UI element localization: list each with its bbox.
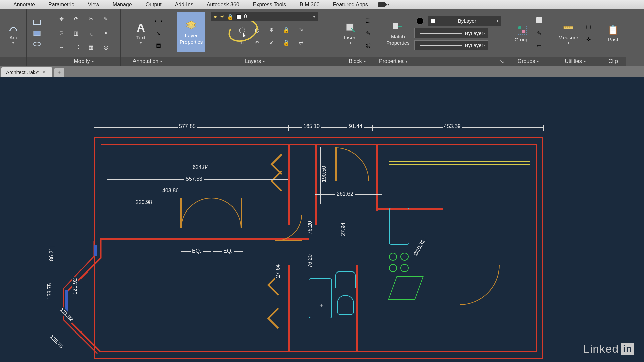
modify-panel-title[interactable]: Modify — [74, 58, 90, 64]
linkedin-in: in — [621, 343, 634, 355]
select-icon[interactable]: ⬚ — [583, 22, 594, 32]
linkedin-watermark: Linked in — [583, 342, 634, 355]
svg-point-2 — [34, 42, 40, 46]
measure-button[interactable]: Measure ▾ — [556, 13, 581, 53]
dim-l3: 121.92 — [72, 277, 78, 296]
layer-freeze-tool-icon[interactable]: ❄ — [265, 24, 278, 36]
dim-top1: 577.85 — [178, 123, 197, 129]
menu-annotate[interactable]: Annotate — [7, 2, 42, 8]
menu-autodesk360[interactable]: Autodesk 360 — [200, 2, 246, 8]
copy-icon[interactable]: ⎘ — [55, 27, 68, 40]
insert-button[interactable]: Insert ▾ — [340, 13, 361, 53]
clipboard-panel-title[interactable]: Clip — [608, 58, 618, 64]
group-button[interactable]: Group — [512, 13, 532, 53]
drawing-canvas[interactable]: + 577.85 165.10 91.44 453.39 624.84 557.… — [0, 77, 644, 362]
explode-icon[interactable]: ✦ — [99, 27, 113, 40]
dim-top4: 453.39 — [443, 123, 462, 129]
arc-button[interactable]: Arc ▾ — [3, 20, 23, 46]
trim-icon[interactable]: ✂ — [85, 13, 98, 25]
menu-manage[interactable]: Manage — [106, 2, 139, 8]
mirror-icon[interactable]: ▥ — [70, 27, 83, 40]
properties-panel-title[interactable]: Properties — [379, 58, 404, 64]
dim-v1: 190.50 — [321, 165, 327, 184]
table-icon[interactable]: ▤ — [153, 40, 164, 50]
layer-on-icon: ● — [214, 14, 217, 20]
ungroup-icon[interactable]: ⬜ — [534, 15, 545, 25]
layer-color-swatch — [236, 14, 241, 19]
panel-properties: Match Properties ByLayer ▾ ByLayer — [379, 9, 506, 66]
layer-change-icon[interactable]: ⇄ — [294, 37, 308, 48]
dim-v4: 76.20 — [307, 253, 313, 269]
bathtub — [309, 278, 332, 318]
layer-state-icon[interactable]: ✔ — [265, 37, 278, 48]
dim-h2: 557.53 — [184, 176, 204, 182]
lineweight-dropdown[interactable]: ByLayer ▾ — [414, 28, 488, 38]
cooktop — [388, 251, 411, 275]
move-icon[interactable]: ✥ — [55, 13, 68, 25]
dim-h4: 220.98 — [134, 199, 153, 205]
layer-make-current-icon[interactable]: ⇲ — [294, 24, 308, 36]
menu-addins[interactable]: Add-ins — [168, 2, 200, 8]
ribbon: Arc ▾ ✥ ⟳ ✂ ✎ ⎘ ▥ ◟ ✦ ↔ ⛶ — [0, 9, 644, 66]
menu-parametric[interactable]: Parametric — [42, 2, 81, 8]
layer-lock-icon: 🔒 — [227, 14, 234, 20]
layer-properties-icon — [185, 20, 197, 32]
panel-clipboard: 📋 Past Clip — [600, 9, 626, 66]
dimension-icon[interactable]: ⟷ — [153, 16, 164, 26]
fillet-icon[interactable]: ◟ — [85, 27, 98, 40]
create-block-icon[interactable]: ⬚ — [363, 15, 374, 25]
insert-label: Insert — [344, 35, 357, 40]
erase-icon[interactable]: ✎ — [99, 13, 113, 25]
svg-point-10 — [518, 26, 521, 29]
panel-annotation: A Text ▾ ⟷ ↘ ▤ Annotation▾ — [121, 9, 174, 66]
dim-top2: 165.10 — [302, 123, 321, 129]
ellipse-icon[interactable] — [31, 39, 43, 49]
close-tab-icon[interactable]: ✕ — [42, 69, 46, 75]
svg-rect-12 — [564, 26, 573, 29]
edit-block-icon[interactable]: ✎ — [363, 28, 374, 38]
layer-unlock-icon[interactable]: 🔓 — [280, 37, 293, 48]
annotation-panel-title[interactable]: Annotation — [133, 58, 159, 64]
menu-bim360[interactable]: BIM 360 — [293, 2, 326, 8]
match-properties-button[interactable]: Match Properties — [384, 13, 412, 53]
offset-icon[interactable]: ◎ — [99, 41, 113, 54]
menu-featuredapps[interactable]: Featured Apps — [326, 2, 375, 8]
linetype-dropdown[interactable]: ByLayer ▾ — [414, 40, 488, 50]
menu-expresstools[interactable]: Express Tools — [246, 2, 293, 8]
rotate-icon[interactable]: ⟳ — [70, 13, 83, 25]
group-bbox-icon[interactable]: ▭ — [534, 41, 545, 51]
groups-panel-title[interactable]: Groups — [518, 58, 535, 64]
menu-view[interactable]: View — [81, 2, 106, 8]
array-icon[interactable]: ▦ — [85, 41, 98, 54]
leader-icon[interactable]: ↘ — [153, 28, 164, 38]
text-icon: A — [135, 22, 147, 34]
dim-h5: 261.62 — [335, 191, 355, 197]
point-icon[interactable]: ✛ — [583, 35, 594, 45]
scale-icon[interactable]: ⛶ — [70, 41, 83, 54]
paste-button[interactable]: 📋 Past — [603, 13, 623, 53]
color-wheel-icon[interactable] — [414, 16, 426, 26]
match-label1: Match — [391, 34, 405, 39]
color-dropdown[interactable]: ByLayer ▾ — [428, 16, 501, 26]
menu-output[interactable]: Output — [139, 2, 168, 8]
stretch-icon[interactable]: ↔ — [55, 41, 68, 54]
text-button[interactable]: A Text ▾ — [131, 13, 151, 53]
document-tab-active[interactable]: Architectural5* ✕ — [1, 67, 52, 77]
group-icon — [516, 24, 528, 36]
new-tab-button[interactable]: + — [54, 68, 64, 77]
panel-draw2 — [27, 9, 47, 66]
layer-dropdown[interactable]: ● ☀ 🔒 0 ▾ — [211, 12, 318, 21]
group-edit-icon[interactable]: ✎ — [534, 28, 545, 38]
layers-panel-title[interactable]: Layers — [245, 58, 261, 64]
utilities-panel-title[interactable]: Utilities — [565, 58, 582, 64]
block-panel-title[interactable]: Block — [348, 58, 362, 64]
panel-modify: ✥ ⟳ ✂ ✎ ⎘ ▥ ◟ ✦ ↔ ⛶ ▦ ◎ Modify▾ — [47, 9, 121, 66]
match-label2: Properties — [386, 40, 409, 46]
rectangle-icon[interactable] — [31, 17, 43, 27]
layer-previous-icon[interactable]: ↶ — [250, 37, 264, 48]
block-attr-icon[interactable]: ⌘ — [363, 41, 374, 51]
video-icon[interactable] — [378, 2, 385, 7]
hatch-icon[interactable] — [31, 28, 43, 38]
layer-properties-button[interactable]: Layer Properties — [177, 12, 205, 52]
layer-lock-tool-icon[interactable]: 🔒 — [280, 24, 293, 36]
